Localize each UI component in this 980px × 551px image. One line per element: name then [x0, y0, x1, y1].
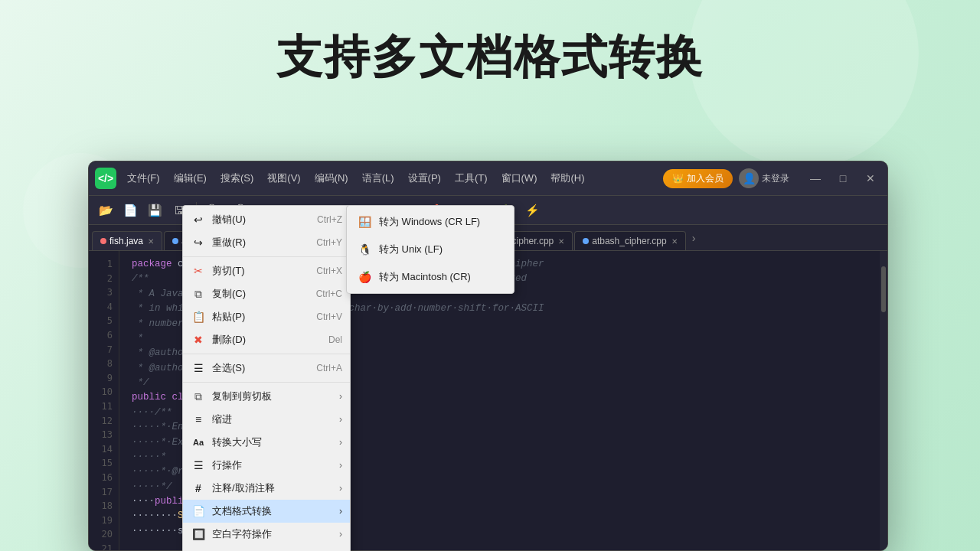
ctx-indent[interactable]: ≡ 缩进 › [183, 408, 350, 431]
ctx-delete[interactable]: ✖ 删除(D) Del [183, 328, 350, 351]
maximize-button[interactable]: □ [832, 168, 854, 189]
minimize-button[interactable]: — [805, 168, 826, 189]
user-label: 未登录 [762, 172, 789, 185]
crown-icon: 👑 [672, 173, 684, 184]
submenu-unix[interactable]: 🐧 转为 Unix (LF) [347, 236, 514, 263]
title-bar-right: 👑 加入会员 👤 未登录 — □ ✕ [663, 168, 881, 189]
ctx-paste[interactable]: 📋 粘贴(P) Ctrl+V [183, 305, 350, 328]
ctx-cut[interactable]: ✂ 剪切(T) Ctrl+X [183, 259, 350, 282]
ctx-redo[interactable]: ↪ 重做(R) Ctrl+Y [183, 231, 350, 254]
tab-dot-5 [583, 238, 589, 244]
ctx-copy-clipboard[interactable]: ⧉ 复制到剪切板 › [183, 385, 350, 408]
menu-help[interactable]: 帮助(H) [544, 168, 590, 188]
menu-encode[interactable]: 编码(N) [309, 168, 354, 188]
line-op-icon: ☰ [191, 458, 206, 473]
scrollbar[interactable] [880, 251, 887, 550]
ctx-doc-format[interactable]: 📄 文档格式转换 › [183, 500, 350, 523]
ctx-case[interactable]: Aa 转换大小写 › [183, 431, 350, 454]
context-menu: ↩ 撤销(U) Ctrl+Z ↪ 重做(R) Ctrl+Y ✂ 剪切(T) Ct… [182, 205, 351, 551]
submenu-arrow-13: › [339, 460, 342, 471]
tab-close-4[interactable]: ✕ [558, 237, 564, 246]
apple-icon: 🍎 [356, 269, 373, 285]
copy-icon: ⧉ [191, 286, 206, 302]
linux-icon: 🐧 [356, 241, 373, 258]
menu-edit[interactable]: 编辑(E) [168, 168, 213, 188]
app-logo: </> [95, 168, 116, 189]
ctx-copy[interactable]: ⧉ 复制(C) Ctrl+C [183, 282, 350, 305]
undo-icon: ↩ [191, 212, 206, 227]
submenu-arrow-11: › [339, 414, 342, 425]
user-area: 👤 未登录 [739, 168, 789, 188]
menu-tools[interactable]: 工具(T) [449, 168, 494, 188]
tab-0[interactable]: fish.java ✕ [92, 231, 162, 250]
toolbar-run[interactable]: ⚡ [521, 200, 543, 221]
ctx-whitespace[interactable]: 🔲 空白字符操作 › [183, 523, 350, 546]
whitespace-icon: 🔲 [191, 527, 206, 542]
submenu-arrow-14: › [339, 483, 342, 494]
delete-icon: ✖ [191, 332, 206, 347]
submenu-doc-format: 🪟 转为 Windows (CR LF) 🐧 转为 Unix (LF) 🍎 转为… [346, 205, 514, 294]
code-right: ·Cipher.·/It·is·a·type·of·substitution·c… [273, 251, 880, 550]
submenu-arrow-15: › [339, 506, 342, 517]
menu-window[interactable]: 窗口(W) [495, 168, 544, 188]
ctx-line-op[interactable]: ☰ 行操作 › [183, 454, 350, 477]
ctx-select-all[interactable]: ☰ 全选(S) Ctrl+A [183, 357, 350, 380]
submenu-windows[interactable]: 🪟 转为 Windows (CR LF) [347, 208, 514, 236]
menu-file[interactable]: 文件(F) [121, 168, 166, 188]
join-vip-button[interactable]: 👑 加入会员 [663, 169, 733, 188]
ctx-undo[interactable]: ↩ 撤销(U) Ctrl+Z [183, 208, 350, 231]
windows-icon: 🪟 [356, 214, 373, 230]
divider-1 [183, 256, 350, 257]
menu-settings[interactable]: 设置(P) [402, 168, 447, 188]
doc-format-icon: 📄 [191, 504, 206, 519]
close-button[interactable]: ✕ [860, 168, 881, 189]
submenu-arrow-16: › [339, 529, 342, 540]
submenu-mac[interactable]: 🍎 转为 Macintosh (CR) [347, 263, 514, 291]
copy-clipboard-icon: ⧉ [191, 389, 206, 404]
divider-2 [183, 354, 350, 354]
menu-language[interactable]: 语言(L) [356, 168, 400, 188]
window-controls: — □ ✕ [805, 168, 881, 189]
avatar: 👤 [739, 168, 759, 188]
submenu-arrow-12: › [339, 437, 342, 448]
toolbar-save[interactable]: 💾 [144, 200, 165, 221]
menu-view[interactable]: 视图(V) [261, 168, 306, 188]
title-bar: </> 文件(F) 编辑(E) 搜索(S) 视图(V) 编码(N) 语言(L) … [89, 161, 887, 196]
submenu-arrow-10: › [339, 391, 342, 402]
ctx-comment[interactable]: # 注释/取消注释 › [183, 477, 350, 500]
tab-dot-1 [172, 238, 178, 244]
menu-search[interactable]: 搜索(S) [214, 168, 260, 188]
scrollbar-thumb[interactable] [881, 266, 886, 312]
toolbar-open[interactable]: 📂 [95, 200, 116, 221]
redo-icon: ↪ [191, 235, 206, 250]
menu-bar: 文件(F) 编辑(E) 搜索(S) 视图(V) 编码(N) 语言(L) 设置(P… [121, 168, 663, 188]
main-heading: 支持多文档格式转换 [0, 27, 980, 89]
paste-icon: 📋 [191, 309, 206, 324]
tab-5[interactable]: atbash_cipher.cpp ✕ [574, 231, 685, 250]
tabs-scroll-right[interactable]: › [688, 228, 701, 248]
tab-close-0[interactable]: ✕ [148, 237, 154, 246]
toolbar-new[interactable]: 📄 [119, 200, 141, 221]
comment-icon: # [191, 481, 206, 496]
line-numbers: 12345 678910 1112131415 1617181920 2122 [89, 251, 119, 550]
indent-icon: ≡ [191, 412, 206, 427]
tab-close-5[interactable]: ✕ [671, 237, 678, 246]
cut-icon: ✂ [191, 263, 206, 279]
tab-dot-0 [100, 238, 106, 244]
case-icon: Aa [191, 435, 206, 450]
select-all-icon: ☰ [191, 360, 206, 376]
divider-3 [183, 382, 350, 383]
ctx-text-search[interactable]: 🔍 以文字搜索 [183, 546, 350, 551]
